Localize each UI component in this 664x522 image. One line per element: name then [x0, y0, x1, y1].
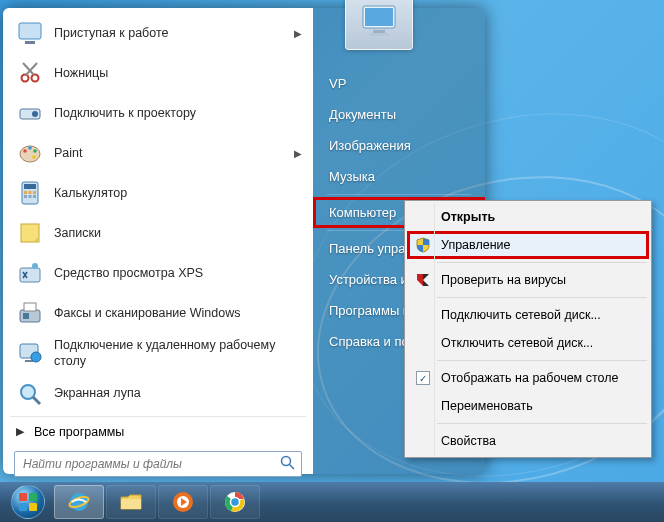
svg-point-9	[23, 149, 27, 153]
svg-rect-20	[33, 195, 36, 198]
svg-rect-26	[23, 313, 29, 319]
svg-rect-39	[29, 493, 37, 501]
start-button[interactable]	[4, 484, 52, 520]
svg-rect-15	[24, 191, 27, 194]
ie-icon	[66, 489, 92, 515]
submenu-arrow-icon: ▶	[294, 148, 302, 159]
app-snipping-tool[interactable]: Ножницы	[8, 53, 308, 93]
blank-icon	[411, 207, 435, 227]
documents-link[interactable]: Документы	[313, 99, 485, 130]
ctx-manage[interactable]: Управление	[407, 231, 649, 259]
ctx-map-drive[interactable]: Подключить сетевой диск...	[407, 301, 649, 329]
svg-rect-16	[29, 191, 32, 194]
taskbar-ie[interactable]	[54, 485, 104, 519]
app-label: Средство просмотра XPS	[54, 265, 302, 281]
arrow-right-icon: ▶	[16, 425, 24, 438]
all-programs[interactable]: ▶ Все программы	[8, 419, 308, 445]
svg-point-23	[32, 263, 38, 269]
svg-rect-0	[19, 23, 41, 39]
app-label: Paint	[54, 145, 294, 161]
app-label: Подключить к проектору	[54, 105, 302, 121]
svg-rect-41	[29, 503, 37, 511]
app-remote-desktop[interactable]: Подключение к удаленному рабочему столу	[8, 333, 308, 374]
ctx-rename[interactable]: Переименовать	[407, 392, 649, 420]
rdp-icon	[14, 337, 46, 369]
app-sticky-notes[interactable]: Записки	[8, 213, 308, 253]
antivirus-icon	[411, 270, 435, 290]
svg-point-29	[31, 352, 41, 362]
blank-icon	[411, 431, 435, 451]
app-label: Ножницы	[54, 65, 302, 81]
ctx-properties[interactable]: Свойства	[407, 427, 649, 455]
app-magnifier[interactable]: Экранная лупа	[8, 374, 308, 414]
taskbar-wmp[interactable]	[158, 485, 208, 519]
ctx-open[interactable]: Открыть	[407, 203, 649, 231]
paint-icon	[14, 137, 46, 169]
svg-point-10	[28, 146, 32, 150]
music-link[interactable]: Музыка	[313, 161, 485, 192]
blank-icon	[411, 396, 435, 416]
app-label: Приступая к работе	[54, 25, 294, 41]
svg-point-30	[21, 385, 35, 399]
xps-icon	[14, 257, 46, 289]
svg-point-7	[32, 111, 38, 117]
ctx-scan[interactable]: Проверить на вирусы	[407, 266, 649, 294]
ctx-show-on-desktop[interactable]: ✓ Отображать на рабочем столе	[407, 364, 649, 392]
svg-rect-19	[29, 195, 32, 198]
user-picture-frame[interactable]	[345, 0, 413, 50]
monitor-icon	[359, 4, 399, 38]
app-fax-scan[interactable]: Факсы и сканирование Windows	[8, 293, 308, 333]
user-link[interactable]: VP	[313, 68, 485, 99]
svg-rect-40	[19, 503, 27, 511]
svg-rect-35	[365, 8, 393, 26]
chrome-icon	[222, 489, 248, 515]
svg-point-48	[231, 498, 240, 507]
sticky-notes-icon	[14, 217, 46, 249]
calculator-icon	[14, 177, 46, 209]
scissors-icon	[14, 57, 46, 89]
app-label: Подключение к удаленному рабочему столу	[54, 337, 302, 370]
wmp-icon	[170, 489, 196, 515]
svg-line-31	[33, 397, 40, 404]
svg-rect-25	[24, 303, 36, 311]
app-xps-viewer[interactable]: Средство просмотра XPS	[8, 253, 308, 293]
app-calculator[interactable]: Калькулятор	[8, 173, 308, 213]
all-programs-label: Все программы	[34, 425, 124, 439]
svg-point-12	[32, 155, 36, 159]
app-paint[interactable]: Paint ▶	[8, 133, 308, 173]
blank-icon	[411, 333, 435, 353]
taskbar	[0, 482, 664, 522]
app-label: Калькулятор	[54, 185, 302, 201]
start-menu-left-panel: Приступая к работе ▶ Ножницы Подключить …	[3, 8, 313, 474]
app-label: Экранная лупа	[54, 385, 302, 401]
svg-point-3	[32, 75, 39, 82]
svg-point-2	[22, 75, 29, 82]
shield-icon	[411, 235, 435, 255]
app-projector[interactable]: Подключить к проектору	[8, 93, 308, 133]
taskbar-explorer[interactable]	[106, 485, 156, 519]
blank-icon	[411, 305, 435, 325]
svg-rect-17	[33, 191, 36, 194]
context-menu: Открыть Управление Проверить на вирусы П…	[404, 200, 652, 458]
svg-rect-22	[20, 268, 40, 282]
search-input[interactable]	[14, 451, 302, 477]
folder-icon	[118, 489, 144, 515]
svg-rect-18	[24, 195, 27, 198]
projector-icon	[14, 97, 46, 129]
svg-rect-36	[373, 30, 385, 33]
svg-rect-38	[19, 493, 27, 501]
svg-point-11	[33, 149, 37, 153]
windows-logo-icon	[17, 491, 39, 513]
svg-point-32	[282, 456, 291, 465]
fax-icon	[14, 297, 46, 329]
svg-rect-44	[121, 499, 141, 509]
pictures-link[interactable]: Изображения	[313, 130, 485, 161]
svg-rect-14	[24, 184, 36, 189]
magnifier-icon	[14, 378, 46, 410]
app-label: Факсы и сканирование Windows	[54, 305, 302, 321]
ctx-disconnect-drive[interactable]: Отключить сетевой диск...	[407, 329, 649, 357]
app-label: Записки	[54, 225, 302, 241]
app-getting-started[interactable]: Приступая к работе ▶	[8, 13, 308, 53]
taskbar-chrome[interactable]	[210, 485, 260, 519]
getting-started-icon	[14, 17, 46, 49]
